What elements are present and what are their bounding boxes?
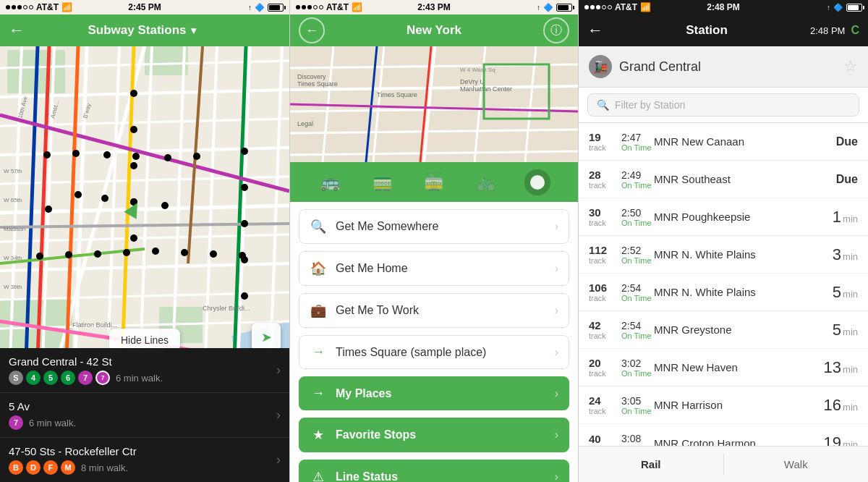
get-me-home-item[interactable]: 🏠 Get Me Home › — [299, 251, 569, 286]
nav-title-2: New York — [407, 23, 461, 38]
station-header-3: 🚂 Grand Central ☆ — [579, 46, 868, 88]
back-circle-button[interactable]: ← — [299, 17, 325, 43]
work-menu-icon: 💼 — [310, 303, 327, 318]
rail-tab[interactable]: Rail — [579, 447, 723, 482]
departure-row-7[interactable]: 20 track 3:02 On Time MNR New Haven 13 m… — [579, 349, 868, 386]
status-left-3: AT&T 📶 — [584, 2, 651, 12]
location-arrow-icon: ↑ — [248, 4, 252, 12]
panel-transport-hub: AT&T 📶 2:43 PM ↑ 🔷 ← New York ⓘ — [289, 0, 579, 482]
chevron-icon-somewhere: › — [555, 220, 558, 233]
station-item-left: Grand Central - 42 St S 4 5 6 7 7 6 min … — [9, 355, 276, 385]
departure-row-1[interactable]: 19 track 2:47 On Time MNR New Canaan Due — [579, 123, 868, 161]
dest-col-6: MNR Greystone — [654, 324, 833, 336]
track-col-3: 30 track — [589, 206, 621, 227]
panel2-map[interactable]: Discovery Times Square Times Square DeVr… — [290, 46, 578, 162]
line-badge-s: S — [9, 371, 23, 385]
my-places-icon: → — [310, 386, 327, 401]
status-right-3: ↑ 🔷 — [827, 3, 862, 12]
dest-col-1: MNR New Canaan — [654, 135, 836, 148]
departure-row-6[interactable]: 42 track 2:54 On Time MNR Greystone 5 mi… — [579, 311, 868, 349]
nav-bar-2: ← New York ⓘ — [290, 14, 578, 46]
min-col-1: Due — [836, 135, 858, 148]
location-arrow-icon-2: ↑ — [537, 4, 540, 12]
favorite-stops-label: Favorite Stops — [336, 428, 416, 441]
train-mode-icon[interactable]: 🚋 — [421, 169, 447, 195]
battery-icon-1 — [268, 4, 284, 12]
departure-row-3[interactable]: 30 track 2:50 On Time MNR Poughkeepsie 1… — [579, 198, 868, 236]
departure-row-9[interactable]: 40 track 3:08 On Time MNR Croton Harmon … — [579, 424, 868, 449]
svg-point-48 — [152, 248, 159, 255]
favorite-stops-item[interactable]: ★ Favorite Stops › — [299, 418, 569, 452]
favorite-stops-left: ★ Favorite Stops — [310, 427, 416, 443]
signal-dot — [307, 5, 312, 9]
chevron-right-icon-1: › — [276, 363, 281, 378]
departure-row-8[interactable]: 24 track 3:05 On Time MNR Harrison 16 mi… — [579, 386, 868, 424]
station-item-left-2: 5 Av 7 6 min walk. — [9, 400, 276, 430]
line-badge-6: 6 — [61, 371, 75, 385]
filter-search-icon: 🔍 — [597, 99, 609, 111]
bus-mode-icon[interactable]: 🚌 — [318, 169, 344, 195]
status-right-2: ↑ 🔷 — [537, 3, 572, 12]
svg-point-58 — [241, 148, 248, 155]
wifi-icon-3: 📶 — [640, 2, 651, 12]
chevron-right-icon-3: › — [276, 452, 281, 468]
times-square-left: → Times Square (sample place) — [310, 344, 486, 360]
station-item-grand-central[interactable]: Grand Central - 42 St S 4 5 6 7 7 6 min … — [0, 348, 289, 393]
time-col-1: 2:47 On Time — [621, 132, 654, 152]
subway-mode-icon[interactable]: 🚃 — [369, 169, 395, 195]
line-badge-d: D — [26, 460, 41, 475]
dropdown-icon-1[interactable]: ▾ — [191, 25, 196, 36]
signal-dot — [602, 5, 606, 9]
track-col-2: 28 track — [589, 169, 621, 190]
line-badge-7: 7 — [78, 371, 93, 385]
filter-input-container[interactable]: 🔍 Filter by Station — [587, 93, 859, 117]
dest-col-3: MNR Poughkeepsie — [654, 211, 833, 223]
departure-row-4[interactable]: 112 track 2:52 On Time MNR N. White Plai… — [579, 236, 868, 274]
station-name-2: 5 Av — [9, 400, 276, 413]
info-button[interactable]: ⓘ — [543, 17, 569, 43]
favorite-star-icon[interactable]: ☆ — [843, 57, 858, 76]
status-bar-3: AT&T 📶 2:48 PM ↑ 🔷 — [579, 0, 868, 14]
svg-point-67 — [130, 234, 137, 242]
line-badge-5: 5 — [43, 371, 58, 385]
svg-point-57 — [193, 153, 200, 160]
signal-dot — [302, 5, 306, 9]
status-time-1: 2:45 PM — [128, 2, 161, 12]
location-arrow-icon-3: ↑ — [827, 4, 830, 12]
svg-point-46 — [94, 250, 101, 258]
bluetooth-icon-3: 🔷 — [833, 3, 843, 12]
back-button-3[interactable]: ← — [587, 21, 603, 40]
min-col-4: 3 min — [833, 245, 858, 264]
station-header-name: Grand Central — [619, 59, 701, 75]
station-item-left-3: 47-50 Sts - Rockefeller Ctr B D F M 8 mi… — [9, 445, 276, 475]
walk-tab[interactable]: Walk — [724, 447, 869, 482]
dest-col-7: MNR New Haven — [654, 361, 824, 373]
status-right-1: ↑ 🔷 — [248, 3, 284, 12]
nav-bar-1: ← Subway Stations ▾ — [0, 14, 289, 46]
station-item-rock[interactable]: 47-50 Sts - Rockefeller Ctr B D F M 8 mi… — [0, 438, 289, 482]
refresh-button-3[interactable]: C — [851, 24, 859, 37]
my-places-label: My Places — [336, 387, 391, 400]
active-mode-icon[interactable] — [524, 169, 550, 195]
departure-row-2[interactable]: 28 track 2:49 On Time MNR Southeast Due — [579, 161, 868, 198]
get-me-to-work-item[interactable]: 💼 Get Me To Work › — [299, 293, 569, 328]
station-lines-3: B D F M 8 min walk. — [9, 460, 276, 475]
back-button-1[interactable]: ← — [9, 21, 25, 40]
get-me-somewhere-label: Get Me Somewhere — [336, 220, 438, 233]
locate-button[interactable]: ➤ — [252, 323, 281, 352]
dest-col-5: MNR N. White Plains — [654, 286, 833, 298]
svg-point-52 — [43, 151, 51, 158]
departure-row-5[interactable]: 106 track 2:54 On Time MNR N. White Plai… — [579, 274, 868, 311]
walk-info-1: 6 min walk. — [116, 373, 163, 384]
signal-dot — [23, 5, 27, 9]
get-me-somewhere-item[interactable]: 🔍 Get Me Somewhere › — [299, 209, 569, 244]
times-square-item[interactable]: → Times Square (sample place) › — [299, 335, 569, 369]
station-item-5av[interactable]: 5 Av 7 6 min walk. › — [0, 393, 289, 438]
bike-mode-icon[interactable]: 🚲 — [473, 169, 499, 195]
signal-dot — [584, 5, 589, 9]
my-places-left: → My Places — [310, 386, 391, 401]
line-status-item[interactable]: ⚠ Line Status › — [299, 460, 569, 482]
signal-dot — [596, 5, 600, 9]
my-places-item[interactable]: → My Places › — [299, 376, 569, 410]
bluetooth-icon: 🔷 — [255, 3, 265, 12]
